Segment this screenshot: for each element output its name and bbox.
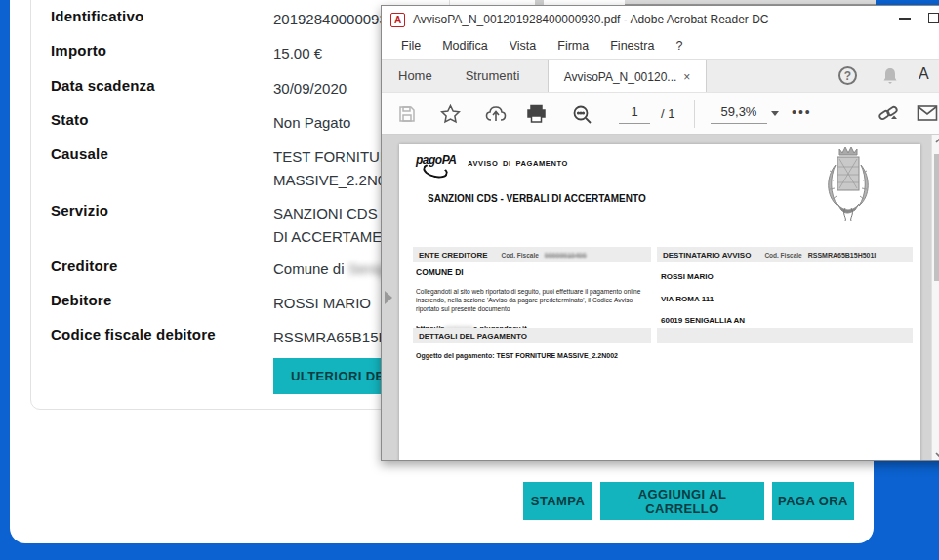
maximize-button[interactable]: [928, 13, 939, 23]
destinatario-header: DESTINATARIO AVVISO Cod. Fiscale RSSMRA6…: [657, 247, 913, 262]
pdf-file-icon: A: [390, 13, 405, 27]
oggetto-pagamento-line: Oggetto del pagamento: TEST FORNITURE MA…: [416, 352, 618, 359]
destinatario-name: ROSSI MARIO: [661, 272, 714, 281]
destinatario-cod-fiscale: RSSMRA65B15H501I: [808, 252, 877, 259]
menu-finestra[interactable]: Finestra: [600, 36, 664, 56]
tab-close-icon[interactable]: ×: [683, 70, 690, 84]
zoom-dropdown-caret[interactable]: [771, 111, 779, 116]
star-icon[interactable]: [440, 104, 461, 124]
tab-strumenti[interactable]: Strumenti: [449, 68, 537, 83]
screen: Identificativo 201928400000930 Importo 1…: [0, 0, 939, 560]
field-label: Identificativo: [51, 8, 261, 24]
add-to-cart-button[interactable]: AGGIUNGI AL CARRELLO: [600, 482, 764, 520]
acrobat-toolbar: 1 / 1 59,3% •••: [382, 92, 939, 135]
ente-creditore-label: ENTE CREDITORE: [419, 251, 488, 260]
destinatario-city: 60019 SENIGALLIA AN: [661, 316, 745, 325]
email-icon[interactable]: [917, 104, 938, 122]
acrobat-window: A AvvisoPA_N_001201928400000930.pdf - Ad…: [381, 5, 939, 461]
dettagli-pagamento-label: DETTAGLI DEL PAGAMENTO: [419, 332, 527, 340]
print-button[interactable]: STAMPA: [523, 482, 592, 520]
account-label[interactable]: A: [919, 65, 929, 83]
pdf-service-title: SANZIONI CDS - VERBALI DI ACCERTAMENTO: [428, 193, 646, 204]
pay-now-button[interactable]: PAGA ORA: [772, 482, 854, 520]
dettagli-pagamento-header-right: [657, 328, 913, 343]
scrollbar-thumb[interactable]: [934, 154, 939, 281]
menu-help[interactable]: ?: [666, 36, 692, 56]
comune-di-label: COMUNE DI: [416, 267, 464, 277]
cloud-upload-icon[interactable]: [485, 104, 507, 124]
pdf-page: pagoPA AVVISO DI PAGAMENTO SANZIONI CDS …: [399, 144, 920, 460]
destinatario-label: DESTINATARIO AVVISO: [663, 251, 751, 260]
navigation-pane-arrow-icon[interactable]: [385, 291, 392, 304]
action-buttons: STAMPA AGGIUNGI AL CARRELLO PAGA ORA: [523, 482, 854, 520]
ente-creditore-header: ENTE CREDITORE Cod. Fiscale 00000010400: [413, 247, 651, 262]
scroll-down-icon[interactable]: [935, 451, 939, 459]
menu-modifica[interactable]: Modifica: [432, 36, 498, 56]
destinatario-address: VIA ROMA 111: [661, 295, 714, 303]
vertical-scrollbar[interactable]: [931, 135, 939, 460]
help-icon[interactable]: ?: [838, 66, 857, 85]
scroll-up-icon[interactable]: [935, 137, 939, 144]
tab-home[interactable]: Home: [382, 68, 449, 83]
page-number-input[interactable]: 1: [619, 104, 650, 124]
field-label: Servizio: [51, 202, 261, 219]
oggetto-label: Oggetto del pagamento:: [416, 352, 495, 359]
pdf-document-area[interactable]: pagoPA AVVISO DI PAGAMENTO SANZIONI CDS …: [382, 135, 939, 460]
ente-cod-fiscale-redacted: 00000010400: [545, 252, 587, 259]
cod-fiscale-label: Cod. Fiscale: [764, 252, 801, 259]
acrobat-tabbar: Home Strumenti AvvisoPA_N_00120... × ? A: [382, 59, 939, 92]
field-label: Data scadenza: [51, 77, 261, 94]
doc-type-label: AVVISO DI PAGAMENTO: [468, 159, 568, 168]
field-label: Codice fiscale debitore: [51, 326, 261, 342]
save-icon[interactable]: [397, 104, 417, 124]
field-label: Creditore: [51, 258, 261, 274]
tab-document[interactable]: AvvisoPA_N_00120... ×: [548, 60, 707, 93]
notifications-bell-icon[interactable]: [881, 66, 899, 86]
dettagli-pagamento-header: DETTAGLI DEL PAGAMENTO: [413, 328, 651, 343]
field-label: Causale: [51, 145, 261, 162]
more-tools-icon[interactable]: •••: [792, 104, 812, 120]
print-icon[interactable]: [526, 104, 547, 124]
acrobat-titlebar[interactable]: A AvvisoPA_N_001201928400000930.pdf - Ad…: [382, 6, 939, 33]
tab-document-label: AvvisoPA_N_00120...: [564, 70, 677, 84]
payment-info-paragraph: Collegandoti al sito web riportato di se…: [416, 287, 645, 313]
field-label: Importo: [51, 42, 261, 59]
menu-firma[interactable]: Firma: [548, 36, 598, 56]
page-count-label: / 1: [661, 106, 674, 121]
minimize-button[interactable]: [899, 18, 911, 20]
oggetto-value: TEST FORNITURE MASSIVE_2.2N002: [496, 352, 617, 359]
zoom-level-input[interactable]: 59,3%: [711, 104, 767, 124]
menu-vista[interactable]: Vista: [500, 36, 547, 56]
field-label: Debitore: [51, 292, 261, 308]
share-link-icon[interactable]: [878, 104, 901, 126]
municipality-coat-of-arms: [822, 145, 873, 233]
menu-file[interactable]: File: [391, 36, 430, 56]
acrobat-menubar: File Modifica Vista Firma Finestra ?: [382, 33, 939, 59]
field-label: Stato: [51, 111, 261, 128]
cod-fiscale-label: Cod. Fiscale: [502, 252, 539, 259]
window-title: AvvisoPA_N_001201928400000930.pdf - Adob…: [413, 13, 769, 26]
toolbar-divider: [694, 100, 695, 128]
search-zoom-icon[interactable]: [572, 104, 593, 126]
